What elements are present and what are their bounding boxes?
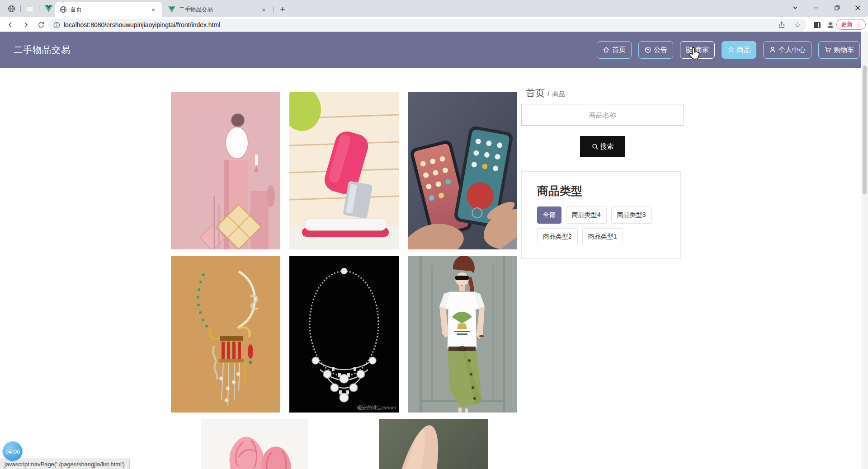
tab-close-icon[interactable]: × — [150, 6, 157, 14]
browser-toolbar: localhost:8080/ershouwupinjiaoyipingtai/… — [0, 17, 868, 32]
chip-type2[interactable]: 商品类型2 — [537, 228, 578, 245]
status-bar-text: javascript:navPage('./pages/shangjia/lis… — [5, 461, 125, 468]
timer-text: 04:06 — [5, 448, 20, 455]
diamond-necklace-photo: 晓安的珠宝dream — [289, 256, 399, 413]
url-text: localhost:8080/ershouwupinjiaoyipingtai/… — [64, 21, 220, 28]
chrome-update-button[interactable]: 更新 ⋮ — [836, 19, 866, 30]
update-label: 更新 — [841, 20, 853, 28]
site-navbar: 二手物品交易 首页 公告 商家 — [0, 32, 868, 68]
site-info-icon[interactable] — [53, 22, 60, 28]
product-name-input[interactable] — [521, 104, 684, 126]
minimize-button[interactable] — [806, 0, 826, 15]
pink-cosmetics-photo — [171, 92, 280, 249]
nav-button-announcements[interactable]: 公告 — [638, 41, 673, 59]
chip-all[interactable]: 全部 — [537, 206, 561, 224]
pinned-tab-sheet[interactable] — [22, 2, 38, 15]
tab-site[interactable]: 二手物品交易 × — [164, 2, 272, 17]
chip-type1[interactable]: 商品类型1 — [582, 228, 623, 245]
goods-icon — [727, 46, 735, 53]
product-type-chips: 全部 商品类型4 商品类型3 商品类型2 商品类型1 — [537, 206, 669, 245]
bookmark-star-icon[interactable]: ☆ — [792, 19, 803, 31]
pinned-tab-separator — [39, 5, 39, 12]
forward-icon[interactable] — [20, 19, 32, 31]
scrollbar-thumb[interactable] — [863, 66, 867, 194]
tab-search-chevron-icon[interactable] — [785, 0, 806, 15]
magnifier-icon — [592, 143, 599, 150]
mouse-cursor-hand — [689, 47, 701, 62]
user-icon — [769, 46, 776, 53]
nav-menu: 首页 公告 商家 — [597, 41, 860, 59]
profile-avatar-icon[interactable] — [825, 19, 836, 31]
nav-label: 商品 — [737, 46, 750, 54]
product-card-stapler[interactable] — [289, 92, 399, 249]
vue-logo-icon — [168, 6, 175, 13]
tab-strip: 首页 × 二手物品交易 × + — [0, 0, 868, 17]
pink-stapler-photo — [289, 92, 399, 249]
globe-icon — [60, 6, 67, 13]
reload-icon[interactable] — [35, 19, 47, 31]
pinned-tabs — [4, 2, 56, 15]
nav-button-home[interactable]: 首页 — [597, 41, 632, 59]
announce-icon — [644, 46, 651, 53]
window-controls — [785, 0, 868, 15]
breadcrumb-home[interactable]: 首页 — [526, 88, 545, 98]
nav-button-goods[interactable]: 商品 — [722, 41, 756, 59]
product-card-phones[interactable] — [408, 92, 517, 249]
page-scrollbar[interactable] — [861, 32, 868, 469]
tab-title: 首页 — [71, 6, 150, 14]
breadcrumb-separator: / — [547, 90, 549, 98]
nav-label: 购物车 — [834, 46, 854, 54]
nav-label: 公告 — [654, 46, 667, 54]
tab-home[interactable]: 首页 × — [55, 2, 162, 17]
product-type-panel: 商品类型 全部 商品类型4 商品类型3 商品类型2 商品类型1 — [521, 171, 681, 259]
nav-button-cart[interactable]: 购物车 — [818, 41, 860, 59]
search-button-label: 搜索 — [600, 142, 614, 151]
close-window-button[interactable] — [847, 0, 868, 15]
breadcrumb-current: 商品 — [552, 90, 565, 98]
product-card-fingers[interactable] — [379, 419, 488, 469]
two-iphones-in-hands-photo — [408, 92, 517, 249]
photo-watermark: 晓安的珠宝dream — [357, 405, 396, 410]
tab-title: 二手物品交易 — [179, 6, 260, 14]
globe-icon — [8, 5, 15, 13]
pinned-tab-vue[interactable] — [41, 2, 56, 15]
tab-close-icon[interactable]: × — [260, 6, 268, 14]
recording-timer-badge: 04:06 — [2, 441, 23, 462]
home-icon — [603, 46, 610, 53]
more-menu-icon[interactable]: ⋮ — [855, 21, 861, 28]
cart-icon — [824, 46, 831, 53]
back-icon[interactable] — [5, 19, 16, 31]
product-type-title: 商品类型 — [537, 183, 680, 198]
product-card-cosmetics[interactable] — [171, 92, 280, 249]
vue-logo-icon — [44, 5, 53, 12]
pinned-tab-globe[interactable] — [4, 2, 19, 15]
browser-window: 首页 × 二手物品交易 × + — [0, 0, 868, 469]
new-tab-button[interactable]: + — [277, 4, 288, 15]
chip-type3[interactable]: 商品类型3 — [611, 206, 652, 224]
address-bar[interactable]: localhost:8080/ershouwupinjiaoyipingtai/… — [48, 19, 807, 31]
nav-label: 首页 — [612, 46, 626, 54]
side-panel-icon[interactable] — [811, 19, 823, 31]
jewelry-design-sketch-photo — [171, 256, 280, 413]
product-card-diamond-necklace[interactable]: 晓安的珠宝dream — [289, 256, 399, 413]
search-button[interactable]: 搜索 — [580, 136, 625, 157]
breadcrumb: 首页/商品 — [526, 87, 565, 99]
product-card-jewelry-sketch[interactable] — [171, 256, 280, 413]
pink-roses-photo — [201, 419, 308, 469]
fingertips-closeup-photo — [379, 419, 488, 469]
nav-label: 个人中心 — [778, 46, 806, 54]
product-card-outfit[interactable] — [408, 256, 517, 413]
spreadsheet-icon — [26, 5, 34, 12]
chip-type4[interactable]: 商品类型4 — [566, 206, 607, 224]
product-card-roses[interactable] — [201, 419, 308, 469]
status-bar-link-preview: javascript:navPage('./pages/shangjia/lis… — [0, 459, 130, 469]
pinned-tab-separator — [20, 5, 21, 12]
restore-button[interactable] — [826, 0, 847, 15]
share-icon[interactable] — [776, 19, 788, 31]
nav-button-profile[interactable]: 个人中心 — [763, 41, 811, 59]
tab-separator — [273, 6, 274, 13]
white-tee-green-skirt-outfit-photo — [408, 256, 517, 413]
site-brand[interactable]: 二手物品交易 — [14, 44, 71, 56]
